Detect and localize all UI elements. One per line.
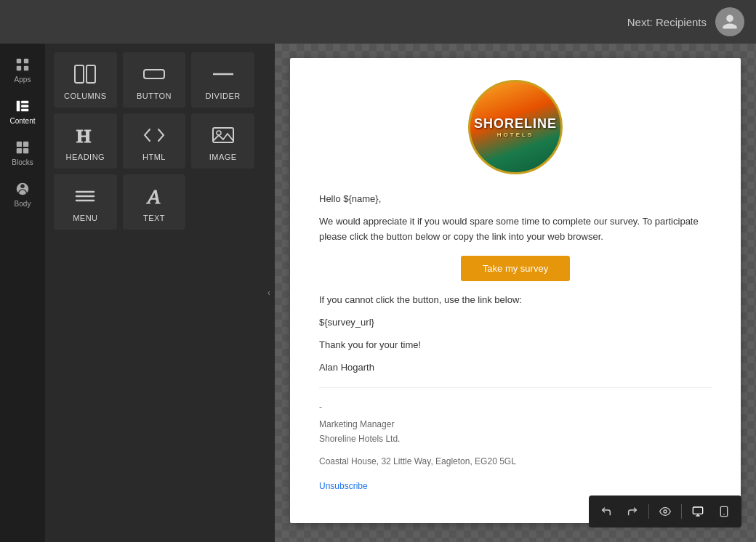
sidebar-item-blocks-label: Blocks [12, 158, 33, 166]
mobile-button[interactable] [712, 500, 736, 523]
svg-point-25 [664, 510, 667, 513]
tile-menu-label: MENU [73, 214, 97, 222]
svg-rect-4 [17, 101, 20, 112]
logo-name: SHORELINE [474, 116, 557, 132]
tile-text-label: TEXT [143, 214, 165, 222]
tile-columns-label: COLUMNS [64, 92, 107, 100]
desktop-button[interactable] [686, 500, 709, 523]
svg-rect-26 [693, 507, 702, 514]
svg-point-13 [20, 185, 25, 189]
tile-button-label: BUTTON [137, 92, 172, 100]
toolbar-divider-2 [681, 504, 682, 519]
tile-menu[interactable]: MENU [54, 174, 117, 230]
email-footer: - Marketing Manager Shoreline Hotels Ltd… [319, 387, 712, 494]
email-body-line1: We would appreciate it if you would spar… [319, 214, 712, 245]
tile-image-label: IMAGE [209, 153, 237, 161]
svg-rect-8 [17, 142, 22, 147]
tile-button[interactable]: BUTTON [123, 52, 186, 108]
undo-button[interactable] [595, 500, 618, 523]
sidebar-item-body-label: Body [15, 200, 31, 208]
email-company: Shoreline Hotels Ltd. [319, 434, 400, 444]
email-body: Hello ${name}, We would appreciate it if… [319, 192, 712, 376]
svg-rect-10 [17, 148, 22, 153]
redo-button[interactable] [621, 500, 644, 523]
collapse-icon: ‹ [268, 288, 270, 298]
bottom-toolbar [589, 496, 741, 527]
next-label[interactable]: Next: Recipients [627, 16, 707, 28]
svg-rect-9 [23, 142, 28, 147]
main-area: Apps Content Blocks [0, 44, 756, 542]
panel: COLUMNS BUTTON DIVIDER H HEADING [45, 44, 263, 542]
toolbar-divider-1 [648, 504, 649, 519]
svg-rect-2 [17, 66, 21, 70]
sidebar-item-blocks[interactable]: Blocks [0, 132, 45, 174]
tile-heading-label: HEADING [66, 153, 105, 161]
svg-rect-14 [75, 65, 84, 83]
avatar[interactable] [715, 7, 744, 36]
tile-divider[interactable]: DIVIDER [191, 52, 254, 108]
email-fallback-text: If you cannot click the button, use the … [319, 293, 712, 308]
preview-area: SHORELINE HOTELS Hello ${name}, We would… [275, 44, 756, 542]
svg-text:H: H [76, 126, 92, 147]
svg-text:A: A [146, 185, 161, 208]
preview-button[interactable] [654, 500, 677, 523]
header: Next: Recipients [0, 0, 756, 44]
logo-circle: SHORELINE HOTELS [468, 80, 563, 174]
tile-divider-label: DIVIDER [206, 92, 241, 100]
sidebar-item-content[interactable]: Content [0, 91, 45, 132]
sidebar-item-apps[interactable]: Apps [0, 49, 45, 91]
sidebar-item-body[interactable]: Body [0, 174, 45, 215]
email-address: Coastal House, 32 Little Way, Eagleton, … [319, 454, 712, 469]
email-title: Marketing Manager [319, 419, 394, 429]
tile-text[interactable]: A TEXT [123, 174, 186, 230]
unsubscribe-link[interactable]: Unsubscribe [319, 479, 368, 493]
tile-heading[interactable]: H HEADING [54, 113, 117, 169]
collapse-handle[interactable]: ‹ [263, 44, 275, 542]
svg-rect-7 [21, 109, 28, 112]
sidebar-item-apps-label: Apps [15, 76, 31, 84]
svg-rect-0 [17, 59, 21, 63]
email-button-wrap: Take my survey [319, 256, 712, 281]
svg-rect-16 [144, 70, 164, 78]
svg-rect-15 [87, 65, 95, 83]
tile-html-label: HTML [142, 153, 166, 161]
svg-rect-6 [21, 105, 28, 108]
logo-text: SHORELINE HOTELS [474, 116, 557, 138]
email-survey-url: ${survey_url} [319, 315, 712, 331]
email-signature-name: Alan Hogarth [319, 360, 712, 376]
svg-rect-5 [21, 101, 28, 104]
take-survey-button[interactable]: Take my survey [461, 256, 570, 281]
tile-image[interactable]: IMAGE [191, 113, 254, 169]
svg-rect-1 [24, 59, 28, 63]
sidebar-item-content-label: Content [9, 117, 35, 125]
tile-columns[interactable]: COLUMNS [54, 52, 117, 108]
email-greeting: Hello ${name}, [319, 192, 712, 207]
svg-rect-3 [24, 66, 28, 70]
logo-sub: HOTELS [497, 132, 534, 138]
email-logo: SHORELINE HOTELS [319, 80, 712, 174]
email-thanks: Thank you for your time! [319, 338, 712, 353]
email-preview: SHORELINE HOTELS Hello ${name}, We would… [290, 58, 741, 523]
email-dash: - [319, 400, 712, 414]
tile-html[interactable]: HTML [123, 113, 186, 169]
sidebar: Apps Content Blocks [0, 44, 45, 542]
svg-rect-11 [23, 148, 28, 153]
